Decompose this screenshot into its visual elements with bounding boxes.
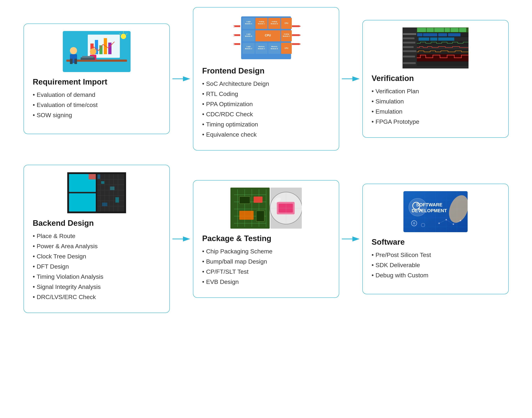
svg-rect-85 <box>403 33 416 35</box>
svg-rect-73 <box>438 33 447 36</box>
svg-rect-111 <box>116 197 119 203</box>
svg-text:Analog: Analog <box>284 33 289 35</box>
list-item: EVB Design <box>202 278 273 285</box>
list-item: DFT Design <box>33 263 104 270</box>
svg-marker-24 <box>233 34 240 36</box>
svg-rect-95 <box>89 174 96 179</box>
svg-rect-4 <box>99 45 103 54</box>
svg-text:Module C: Module C <box>283 35 290 37</box>
arrow-2 <box>339 74 362 83</box>
list-item: Evaluation of demand <box>33 91 98 98</box>
main-grid: Requirement Import Evaluation of demand … <box>7 7 525 313</box>
svg-text:Module A: Module A <box>258 23 265 25</box>
package-testing-list: Chip Packaging Scheme Bump/ball map Desi… <box>202 248 273 289</box>
svg-rect-11 <box>74 59 77 64</box>
svg-rect-83 <box>417 62 469 65</box>
svg-rect-71 <box>417 33 423 36</box>
list-item: Evaluation of time/cost <box>33 102 98 108</box>
svg-rect-68 <box>451 28 459 32</box>
list-item: Equivalence check <box>202 131 269 138</box>
list-item: Clock Tree Design <box>33 253 104 260</box>
list-item: CP/FT/SLT Test <box>202 268 273 275</box>
frontend-design-list: SoC Architecture Deign RTL Coding PPA Op… <box>202 80 269 141</box>
svg-rect-130 <box>256 211 264 221</box>
card-package-testing: Package & Testing Chip Packaging Scheme … <box>193 180 339 298</box>
svg-rect-74 <box>448 33 461 36</box>
svg-point-8 <box>70 47 77 54</box>
verification-list: Verification Plan Simulation Emulation F… <box>372 88 419 128</box>
svg-rect-86 <box>403 37 415 39</box>
soc-diagram: Logic Module A Analog Module A Analog Mo… <box>231 15 302 61</box>
svg-rect-108 <box>98 174 100 179</box>
list-item: CDC/RDC Check <box>202 111 269 118</box>
svg-text:Memory: Memory <box>258 46 265 47</box>
svg-rect-128 <box>254 197 263 203</box>
verification-title: Verification <box>372 74 499 83</box>
svg-rect-64 <box>417 28 426 32</box>
package-testing-image <box>202 188 330 229</box>
card-verification: Verification Verification Plan Simulatio… <box>362 20 509 138</box>
svg-point-157 <box>413 222 415 224</box>
list-item: Emulation <box>372 108 419 115</box>
svg-rect-72 <box>423 33 437 36</box>
svg-marker-25 <box>233 43 240 45</box>
list-item: Verification Plan <box>372 88 419 95</box>
svg-text:Logic: Logic <box>246 33 251 35</box>
software-image: SOFTWARE DEVELOPMENT <box>372 191 499 232</box>
svg-text:Module A: Module A <box>258 48 265 50</box>
list-item: SoC Architecture Deign <box>202 80 269 87</box>
software-list: Pre/Post Silicon Test SDK Deliverable De… <box>372 251 431 282</box>
arrow-icon-2 <box>341 74 361 83</box>
svg-rect-110 <box>110 186 115 190</box>
svg-text:Module B: Module B <box>271 48 278 50</box>
arrow-1 <box>170 74 193 83</box>
arrow-4 <box>339 234 362 244</box>
svg-rect-127 <box>239 197 250 204</box>
list-item: PPA Optimization <box>202 101 269 107</box>
software-illustration: SOFTWARE DEVELOPMENT <box>404 191 468 232</box>
svg-text:CPU: CPU <box>265 34 271 37</box>
svg-point-16 <box>121 34 126 39</box>
list-item: Simulation <box>372 98 419 105</box>
svg-text:Analog: Analog <box>259 21 264 23</box>
package-testing-illustration <box>231 188 302 229</box>
svg-text:Module B: Module B <box>271 23 278 25</box>
arrow-3 <box>170 234 193 244</box>
svg-rect-109 <box>101 181 104 184</box>
card-backend-design: Backend Design Place & Route Power & Are… <box>23 165 170 313</box>
svg-rect-90 <box>403 56 415 58</box>
requirement-import-list: Evaluation of demand Evaluation of time/… <box>33 91 98 122</box>
svg-rect-65 <box>427 28 434 32</box>
svg-rect-87 <box>403 42 415 44</box>
arrow-icon-1 <box>172 74 191 83</box>
verification-illustration <box>403 27 469 69</box>
list-item: Timing optimization <box>202 121 269 128</box>
requirement-import-image <box>33 31 161 72</box>
row-2: Backend Design Place & Route Power & Are… <box>7 165 525 313</box>
svg-rect-6 <box>108 43 111 54</box>
backend-design-image <box>33 172 161 213</box>
svg-rect-15 <box>82 56 93 58</box>
svg-rect-69 <box>459 28 466 32</box>
card-software: SOFTWARE DEVELOPMENT Software <box>362 184 509 294</box>
row-1: Requirement Import Evaluation of demand … <box>7 7 525 151</box>
svg-rect-88 <box>403 46 414 48</box>
svg-rect-77 <box>430 37 437 41</box>
list-item: Chip Packaging Scheme <box>202 248 273 255</box>
svg-marker-26 <box>292 25 301 27</box>
software-title: Software <box>372 238 499 246</box>
svg-text:SOFTWARE: SOFTWARE <box>416 202 442 207</box>
frontend-design-title: Frontend Design <box>202 66 330 75</box>
list-item: DRC/LVS/ERC Check <box>33 293 104 301</box>
svg-rect-78 <box>438 37 454 41</box>
svg-text:CPU: CPU <box>284 22 288 24</box>
list-item: SDK Deliverable <box>372 262 431 268</box>
list-item: Bump/ball map Design <box>202 258 273 265</box>
svg-rect-112 <box>102 203 107 206</box>
svg-rect-91 <box>403 62 416 64</box>
backend-illustration <box>67 172 126 213</box>
list-item: RTL Coding <box>202 90 269 97</box>
package-testing-title: Package & Testing <box>202 234 330 243</box>
svg-marker-23 <box>233 25 240 27</box>
svg-rect-129 <box>239 211 254 220</box>
